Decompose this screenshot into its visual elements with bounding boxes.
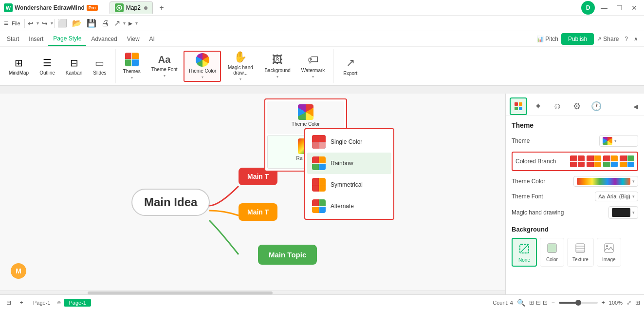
nav-page-style[interactable]: Page Style bbox=[48, 32, 86, 46]
topic-2-node[interactable]: Main T bbox=[239, 203, 277, 221]
ribbon-magic-hand[interactable]: ✋ Magic hand draw... ▾ bbox=[222, 49, 258, 83]
status-icon2[interactable]: + bbox=[17, 298, 26, 308]
ribbon-outline[interactable]: ☰ Outline bbox=[35, 56, 60, 77]
ribbon-themes[interactable]: Themes ▾ bbox=[118, 51, 146, 81]
add-tab-btn[interactable]: + bbox=[156, 2, 167, 14]
more-btn[interactable]: ▸ bbox=[127, 18, 134, 29]
nav-insert[interactable]: Insert bbox=[24, 33, 48, 45]
close-btn[interactable]: ✕ bbox=[628, 3, 640, 13]
publish-btn[interactable]: Publish bbox=[561, 33, 594, 45]
expand-btn[interactable]: ⊞ bbox=[635, 299, 640, 306]
ribbon-watermark[interactable]: 🏷 Watermark ▾ bbox=[296, 52, 330, 80]
save-btn[interactable]: 💾 bbox=[85, 18, 98, 29]
export-quick-btn[interactable]: ↗ bbox=[112, 18, 122, 29]
view-btn3[interactable]: ⊡ bbox=[543, 299, 548, 306]
h-scrollbar[interactable] bbox=[0, 291, 505, 294]
rp-tab-sparkle[interactable]: ✦ bbox=[529, 97, 547, 115]
undo-arrow[interactable]: ▾ bbox=[37, 20, 39, 26]
right-panel-content: Theme Theme ▾ Colored Branch bbox=[506, 116, 644, 272]
bg-texture-btn[interactable]: Texture bbox=[567, 238, 594, 267]
nav-advanced[interactable]: Advanced bbox=[86, 33, 122, 45]
magic-drawing-control[interactable]: ▾ bbox=[608, 206, 638, 219]
user-avatar[interactable]: D bbox=[581, 1, 595, 15]
nav-view[interactable]: View bbox=[122, 33, 145, 45]
zoom-out-icon[interactable]: 🔍 bbox=[517, 299, 525, 307]
branch-opt-3[interactable] bbox=[603, 155, 618, 167]
main-idea-node[interactable]: Main Idea bbox=[131, 189, 210, 216]
ribbon-kanban[interactable]: ⊟ Kanban bbox=[61, 56, 87, 77]
symmetrical-item[interactable]: Symmetrical bbox=[307, 174, 391, 195]
bg-none-icon bbox=[517, 242, 531, 255]
fit-view-btn[interactable]: ⊞ bbox=[529, 299, 534, 306]
active-tab[interactable]: Map2 bbox=[110, 1, 153, 14]
redo-arrow[interactable]: ▾ bbox=[51, 20, 53, 26]
theme-dropdown[interactable]: ▾ bbox=[599, 135, 638, 147]
tab-name: Map2 bbox=[126, 4, 141, 11]
ribbon-background[interactable]: 🖼 Background ▾ bbox=[259, 52, 295, 80]
alternate-item[interactable]: Alternate bbox=[307, 195, 391, 217]
theme-dropdown-arrow: ▾ bbox=[614, 138, 617, 143]
open-btn[interactable]: 📂 bbox=[70, 18, 84, 29]
redo-btn[interactable]: ↪ bbox=[40, 19, 50, 28]
fullscreen-btn[interactable]: ⤢ bbox=[626, 299, 631, 306]
branch-opt-1[interactable] bbox=[570, 155, 585, 167]
page-add-icon[interactable]: ⊕ bbox=[57, 300, 61, 305]
new-btn[interactable]: ⬜ bbox=[55, 18, 69, 29]
tab-icon bbox=[115, 3, 124, 12]
canvas-area[interactable]: Main Idea Main T Main T Main Topic M bbox=[0, 94, 505, 294]
rp-tab-emoji[interactable]: ☺ bbox=[549, 97, 566, 115]
ribbon-mindmap[interactable]: ⊞ MindMap bbox=[4, 56, 34, 77]
maximize-btn[interactable]: ☐ bbox=[613, 3, 626, 13]
topic-3-label: Main Topic bbox=[269, 251, 306, 259]
ribbon-slides[interactable]: ▭ Slides bbox=[88, 56, 111, 77]
plus-zoom-btn[interactable]: + bbox=[602, 299, 605, 306]
nav-start[interactable]: Start bbox=[2, 33, 24, 45]
app-logo: W Wondershare EdrawMind Pro bbox=[4, 3, 98, 12]
rp-tab-clock[interactable]: 🕐 bbox=[588, 97, 605, 115]
background-label: Background bbox=[264, 68, 290, 73]
ribbon-theme-font[interactable]: Aa Theme Font ▾ bbox=[147, 53, 183, 79]
ribbon-group-export: ↗ Export bbox=[336, 49, 362, 83]
rp-tab-theme[interactable] bbox=[510, 97, 527, 115]
bg-image-btn[interactable]: Image bbox=[597, 238, 621, 267]
bg-color-label: Color bbox=[546, 257, 558, 262]
help-btn[interactable]: ? bbox=[622, 35, 631, 43]
status-icon1[interactable]: ⊟ bbox=[4, 298, 14, 308]
print-btn[interactable]: 🖨 bbox=[99, 18, 111, 29]
theme-font-control[interactable]: Aa Arial (Big) ▾ bbox=[595, 192, 638, 201]
nav-ai[interactable]: AI bbox=[145, 33, 160, 45]
share-btn[interactable]: ↗ Share bbox=[597, 36, 619, 42]
bg-color-btn[interactable]: Color bbox=[540, 238, 564, 267]
rp-collapse-btn[interactable]: ◀ bbox=[631, 101, 640, 112]
view-btn2[interactable]: ⊟ bbox=[536, 299, 541, 306]
pitch-btn[interactable]: 📊 Pitch bbox=[536, 36, 558, 42]
hamburger-menu[interactable]: ☰ bbox=[4, 20, 9, 26]
background-section-title: Background bbox=[512, 226, 638, 233]
branch-opt-2[interactable] bbox=[587, 155, 601, 167]
undo-btn[interactable]: ↩ bbox=[26, 19, 36, 28]
slides-label: Slides bbox=[93, 70, 106, 76]
theme-color-dropdown-arrow: ▾ bbox=[632, 179, 635, 184]
export-arrow[interactable]: ▾ bbox=[123, 20, 126, 26]
minimize-btn[interactable]: — bbox=[598, 3, 610, 13]
file-menu[interactable]: File bbox=[12, 20, 20, 26]
theme-color-sub-label: Theme Color bbox=[292, 121, 320, 127]
minus-zoom-btn[interactable]: − bbox=[552, 299, 555, 306]
rp-tab-gear[interactable]: ⚙ bbox=[568, 97, 586, 115]
collapse-btn[interactable]: ∧ bbox=[634, 36, 638, 42]
zoom-slider[interactable] bbox=[559, 302, 598, 304]
mindmap-icon: ⊞ bbox=[15, 57, 23, 69]
single-color-item[interactable]: Single Color bbox=[307, 131, 391, 153]
bg-none-btn[interactable]: None bbox=[512, 238, 537, 267]
rainbow-item[interactable]: Rainbow bbox=[307, 153, 391, 174]
branch-opt-4[interactable] bbox=[620, 155, 634, 167]
topic-3-node[interactable]: Main Topic bbox=[258, 245, 317, 265]
theme-color-control[interactable]: ▾ bbox=[573, 176, 638, 187]
more-arrow[interactable]: ▾ bbox=[135, 20, 138, 26]
page-active-tab[interactable]: Page-1 bbox=[64, 299, 91, 307]
zoom-thumb[interactable] bbox=[575, 300, 581, 306]
ribbon-export[interactable]: ↗ Export bbox=[338, 55, 362, 78]
page-1-tab-inactive[interactable]: Page-1 bbox=[29, 299, 54, 307]
single-color-icon bbox=[312, 135, 326, 149]
ribbon-theme-color[interactable]: Theme Color ▾ bbox=[184, 51, 221, 82]
